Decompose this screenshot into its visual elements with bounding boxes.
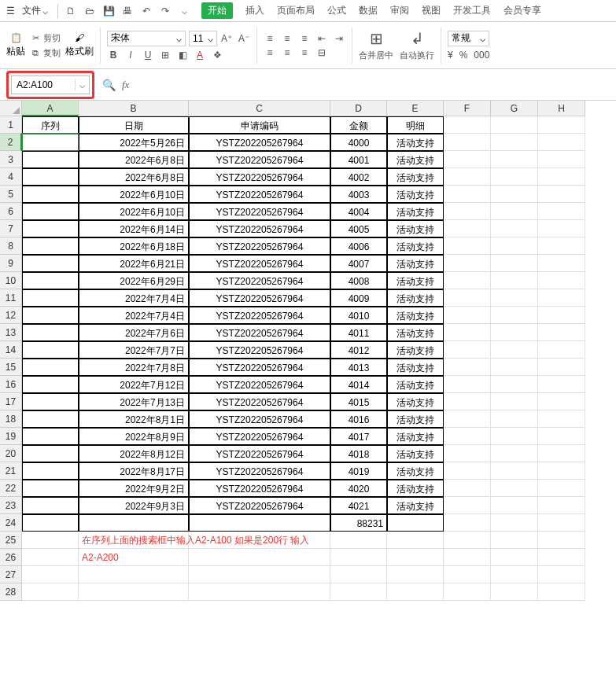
cell-F4[interactable] — [444, 168, 491, 186]
tab-视图[interactable]: 视图 — [422, 4, 441, 17]
cell-D24[interactable]: 88231 — [330, 514, 387, 532]
cell-E8[interactable]: 活动支持 — [387, 237, 444, 255]
cell-H24[interactable] — [538, 514, 585, 532]
cell-C25[interactable] — [189, 532, 330, 549]
cell-D4[interactable]: 4002 — [330, 168, 387, 186]
cut-button[interactable]: ✂剪切 — [30, 32, 61, 44]
row-header-7[interactable]: 7 — [0, 220, 22, 237]
cell-B24[interactable] — [79, 514, 189, 532]
cell-A8[interactable] — [22, 237, 79, 255]
row-header-24[interactable]: 24 — [0, 514, 22, 532]
cell-B22[interactable]: 2022年9月2日 — [79, 480, 189, 497]
tab-会员专享[interactable]: 会员专享 — [503, 4, 541, 17]
cell-F11[interactable] — [444, 289, 491, 307]
cell-G6[interactable] — [491, 203, 538, 220]
font-name-select[interactable]: 宋体⌵ — [107, 31, 186, 46]
cell-H27[interactable] — [538, 566, 585, 583]
cell-E15[interactable]: 活动支持 — [387, 359, 444, 376]
cell-A25[interactable] — [22, 532, 79, 549]
cell-C28[interactable] — [189, 583, 330, 601]
cell-E16[interactable]: 活动支持 — [387, 376, 444, 393]
cell-D14[interactable]: 4012 — [330, 341, 387, 359]
cell-H9[interactable] — [538, 255, 585, 272]
cell-E6[interactable]: 活动支持 — [387, 203, 444, 220]
cell-H21[interactable] — [538, 462, 585, 480]
increase-font-icon[interactable]: A⁺ — [220, 33, 233, 44]
cell-G7[interactable] — [491, 220, 538, 237]
cell-A17[interactable] — [22, 393, 79, 410]
italic-button[interactable]: I — [124, 50, 137, 61]
cell-E9[interactable]: 活动支持 — [387, 255, 444, 272]
cell-G27[interactable] — [491, 566, 538, 583]
bold-button[interactable]: B — [107, 50, 120, 61]
cell-F6[interactable] — [444, 203, 491, 220]
row-header-19[interactable]: 19 — [0, 428, 22, 445]
cell-E28[interactable] — [387, 583, 444, 601]
highlight-button[interactable]: ❖ — [211, 50, 223, 61]
cell-H14[interactable] — [538, 341, 585, 359]
row-header-5[interactable]: 5 — [0, 186, 22, 203]
cell-B18[interactable]: 2022年8月1日 — [79, 410, 189, 428]
cell-A26[interactable] — [22, 549, 79, 566]
hamburger-icon[interactable]: ☰ — [5, 6, 16, 17]
cell-C27[interactable] — [189, 566, 330, 583]
cell-D15[interactable]: 4013 — [330, 359, 387, 376]
cell-C22[interactable]: YSTZ202205267964 — [189, 480, 330, 497]
cell-F3[interactable] — [444, 151, 491, 168]
col-header-H[interactable]: H — [538, 101, 585, 116]
cell-A15[interactable] — [22, 359, 79, 376]
cell-D27[interactable] — [330, 566, 387, 583]
cell-H10[interactable] — [538, 272, 585, 289]
cell-B12[interactable]: 2022年7月4日 — [79, 307, 189, 324]
cell-G2[interactable] — [491, 134, 538, 151]
border-button[interactable]: ⊞ — [159, 50, 172, 61]
cell-E7[interactable]: 活动支持 — [387, 220, 444, 237]
cell-C12[interactable]: YSTZ202205267964 — [189, 307, 330, 324]
cell-H26[interactable] — [538, 549, 585, 566]
cell-B10[interactable]: 2022年6月29日 — [79, 272, 189, 289]
cell-B17[interactable]: 2022年7月13日 — [79, 393, 189, 410]
cell-C15[interactable]: YSTZ202205267964 — [189, 359, 330, 376]
cell-B25[interactable]: 在序列上面的搜索框中输入A2-A100 如果是200行 输入 — [79, 532, 189, 549]
cell-F10[interactable] — [444, 272, 491, 289]
row-header-15[interactable]: 15 — [0, 359, 22, 376]
row-header-28[interactable]: 28 — [0, 583, 22, 601]
cell-A10[interactable] — [22, 272, 79, 289]
cell-A6[interactable] — [22, 203, 79, 220]
cell-E18[interactable]: 活动支持 — [387, 410, 444, 428]
cell-F22[interactable] — [444, 480, 491, 497]
col-header-C[interactable]: C — [189, 101, 330, 116]
row-header-9[interactable]: 9 — [0, 255, 22, 272]
row-header-21[interactable]: 21 — [0, 462, 22, 480]
cell-D11[interactable]: 4009 — [330, 289, 387, 307]
cell-E10[interactable]: 活动支持 — [387, 272, 444, 289]
col-header-G[interactable]: G — [491, 101, 538, 116]
cell-B27[interactable] — [79, 566, 189, 583]
cell-G18[interactable] — [491, 410, 538, 428]
cell-H22[interactable] — [538, 480, 585, 497]
cell-D8[interactable]: 4006 — [330, 237, 387, 255]
cell-E26[interactable] — [387, 549, 444, 566]
format-painter-button[interactable]: 🖌 格式刷 — [65, 32, 94, 58]
cell-D20[interactable]: 4018 — [330, 445, 387, 462]
cell-H23[interactable] — [538, 497, 585, 514]
cell-A19[interactable] — [22, 428, 79, 445]
cell-F20[interactable] — [444, 445, 491, 462]
cell-D3[interactable]: 4001 — [330, 151, 387, 168]
cell-C14[interactable]: YSTZ202205267964 — [189, 341, 330, 359]
cell-G13[interactable] — [491, 324, 538, 341]
cell-A22[interactable] — [22, 480, 79, 497]
cell-C1[interactable]: 申请编码 — [189, 116, 330, 134]
cell-C21[interactable]: YSTZ202205267964 — [189, 462, 330, 480]
open-icon[interactable]: 🗁 — [83, 6, 96, 17]
cell-D18[interactable]: 4016 — [330, 410, 387, 428]
font-size-select[interactable]: 11⌵ — [189, 31, 217, 46]
cell-G25[interactable] — [491, 532, 538, 549]
cell-G1[interactable] — [491, 116, 538, 134]
cell-A5[interactable] — [22, 186, 79, 203]
cell-B9[interactable]: 2022年6月21日 — [79, 255, 189, 272]
cell-E17[interactable]: 活动支持 — [387, 393, 444, 410]
cell-A21[interactable] — [22, 462, 79, 480]
cell-B13[interactable]: 2022年7月6日 — [79, 324, 189, 341]
cell-G24[interactable] — [491, 514, 538, 532]
